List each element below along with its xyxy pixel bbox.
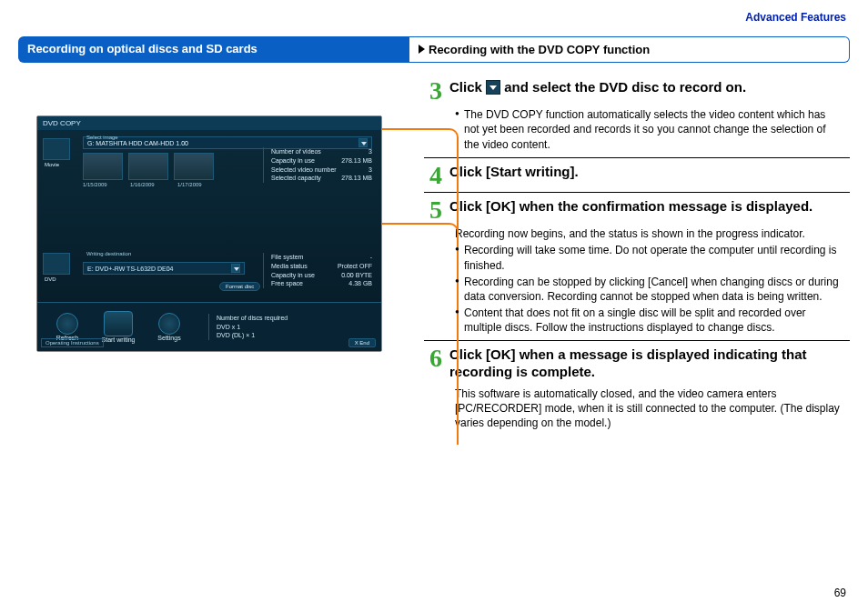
stat-value: 4.38 GB: [348, 279, 372, 288]
triangle-icon: [419, 45, 425, 54]
stat-value: -: [370, 253, 372, 262]
tab-recording-optical: Recording on optical discs and SD cards: [18, 36, 409, 63]
dest-stats: File system- Media statusProtect OFF Cap…: [263, 253, 372, 288]
step-title: Click [OK] when the confirmation message…: [449, 198, 812, 221]
stat-label: Number of discs required: [217, 315, 288, 321]
bullet-item: Content that does not fit on a single di…: [455, 306, 843, 335]
stat-value: 0.00 BYTE: [341, 271, 372, 280]
tab-right-label: Recording with the DVD COPY function: [429, 43, 650, 56]
stat-label: Capacity in use: [271, 156, 315, 166]
movie-label: Movie: [45, 162, 77, 167]
chevron-down-icon: [358, 138, 368, 147]
operating-instructions-link[interactable]: Operating Instructions: [41, 338, 104, 347]
stat-value: Protect OFF: [338, 262, 372, 271]
thumbnail: [174, 153, 214, 180]
start-writing-icon: [104, 311, 133, 336]
chevron-down-icon: [231, 264, 240, 273]
source-stats: Number of videos3 Capacity in use278.13 …: [263, 147, 372, 183]
end-button[interactable]: X End: [348, 338, 376, 347]
movie-icon: [43, 138, 70, 160]
step-5-body: Recording now begins, and the status is …: [455, 226, 843, 241]
stat-value: DVD (DL) × 1: [217, 331, 288, 340]
right-column: 3 Click and select the DVD disc to recor…: [424, 70, 850, 433]
step-title-part: and select the DVD disc to record on.: [500, 79, 746, 95]
dvd-icon: [43, 253, 70, 275]
thumb-date: 1/15/2009: [83, 182, 125, 187]
dest-dropdown[interactable]: E: DVD+-RW TS-L632D DE04: [83, 262, 245, 275]
step-title: Click [Start writing].: [449, 164, 579, 186]
settings-icon: [158, 313, 180, 335]
stat-value: 3: [368, 147, 372, 156]
stat-label: Capacity in use: [271, 271, 315, 280]
settings-button[interactable]: Settings: [148, 313, 190, 341]
step-5: 5 Click [OK] when the confirmation messa…: [424, 193, 843, 221]
thumbnail: [83, 153, 123, 180]
dvd-label: DVD: [45, 276, 77, 282]
stat-label: Selected capacity: [271, 174, 321, 183]
dvd-copy-screenshot: DVD COPY Movie Select image G: MATSHITA …: [36, 115, 382, 352]
thumbnail: [128, 153, 168, 180]
step-3: 3 Click and select the DVD disc to recor…: [424, 74, 843, 102]
tab-recording-dvd-copy: Recording with the DVD COPY function: [409, 36, 850, 63]
stat-label: Media status: [271, 262, 308, 271]
thumb-date: 1/16/2009: [130, 182, 172, 187]
step-6-body: This software is automatically closed, a…: [455, 386, 843, 431]
step-title-part: Click: [449, 79, 486, 95]
discs-required: Number of discs required DVD x 1 DVD (DL…: [208, 314, 288, 340]
start-writing-button[interactable]: Start writing: [97, 311, 139, 343]
stat-label: Selected video number: [271, 166, 337, 175]
thumb-date: 1/17/2009: [177, 182, 219, 187]
format-disc-button[interactable]: Format disc: [219, 282, 260, 291]
stat-value: 278.13 MB: [341, 156, 372, 166]
dest-dropdown-value: E: DVD+-RW TS-L632D DE04: [87, 266, 173, 272]
step-5-bullets: Recording will take some time. Do not op…: [455, 243, 843, 335]
header-advanced-features: Advanced Features: [745, 11, 846, 24]
bullet-item: Recording can be stopped by clicking [Ca…: [455, 275, 843, 304]
refresh-icon: [56, 313, 78, 335]
stat-value: 3: [368, 166, 372, 175]
start-writing-label: Start writing: [102, 336, 136, 343]
page-number: 69: [834, 587, 846, 599]
dest-label: Writing destination: [86, 251, 131, 256]
chevron-down-icon: [486, 80, 500, 95]
step-number: 3: [424, 79, 442, 102]
stat-value: 278.13 MB: [341, 174, 372, 183]
bullet-item: The DVD COPY function automatically sele…: [455, 107, 843, 152]
step-6: 6 Click [OK] when a message is displayed…: [424, 341, 843, 381]
refresh-button[interactable]: Refresh: [46, 313, 88, 341]
shot-titlebar: DVD COPY: [37, 116, 381, 131]
stat-label: Free space: [271, 279, 303, 288]
step-title: Click [OK] when a message is displayed i…: [449, 346, 843, 381]
step-3-bullets: The DVD COPY function automatically sele…: [455, 107, 843, 152]
source-dropdown-value: G: MATSHITA HDD CAM-HDD 1.00: [87, 140, 188, 146]
settings-label: Settings: [157, 335, 180, 341]
tab-bar: Recording on optical discs and SD cards …: [18, 36, 850, 63]
stat-label: Number of videos: [271, 147, 321, 156]
left-column: DVD COPY Movie Select image G: MATSHITA …: [18, 70, 409, 433]
step-4: 4 Click [Start writing].: [424, 158, 843, 186]
stat-label: File system: [271, 253, 303, 262]
bullet-item: Recording will take some time. Do not op…: [455, 243, 843, 272]
stat-value: DVD x 1: [217, 323, 288, 332]
select-image-label: Select image: [86, 135, 118, 140]
step-title: Click and select the DVD disc to record …: [449, 79, 746, 102]
